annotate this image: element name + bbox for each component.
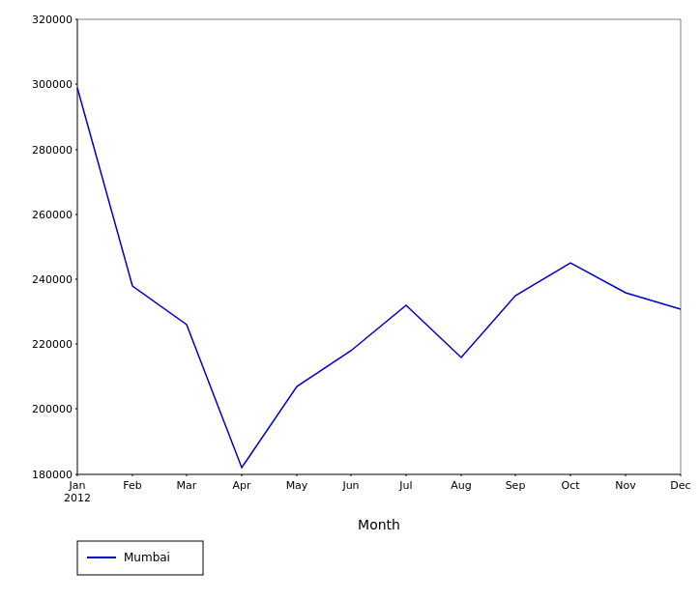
y-tick-label: 260000 — [32, 209, 73, 221]
x-tick-label-apr: Apr — [232, 479, 251, 492]
y-tick-label: 220000 — [32, 338, 73, 351]
x-tick-label-2012: 2012 — [64, 492, 91, 504]
x-axis-label: Month — [358, 517, 400, 532]
x-tick-label-may: May — [286, 479, 308, 492]
y-tick-label: 320000 — [32, 14, 73, 26]
y-tick-label: 280000 — [32, 144, 73, 157]
x-tick-label-aug: Aug — [451, 479, 471, 492]
x-tick-label-mar: Mar — [177, 479, 197, 492]
legend-label: Mumbai — [124, 551, 170, 564]
y-tick-label: 180000 — [32, 469, 73, 481]
x-tick-label-oct: Oct — [561, 479, 580, 492]
y-tick-label: 240000 — [32, 273, 73, 286]
y-tick-label: 300000 — [32, 78, 73, 91]
x-tick-label-sep: Sep — [506, 479, 526, 492]
x-tick-label-dec: Dec — [670, 479, 690, 492]
x-tick-label-nov: Nov — [615, 479, 636, 492]
x-tick-label-feb: Feb — [123, 479, 141, 492]
chart-container: 180000 200000 220000 240000 260000 28000… — [0, 0, 700, 600]
mumbai-line — [77, 88, 681, 468]
chart-svg: 180000 200000 220000 240000 260000 28000… — [0, 0, 700, 600]
x-tick-label-jun: Jun — [341, 479, 359, 492]
y-tick-label: 200000 — [32, 403, 73, 415]
x-tick-label-jul: Jul — [398, 479, 412, 492]
x-tick-label-jan: Jan — [69, 479, 86, 492]
